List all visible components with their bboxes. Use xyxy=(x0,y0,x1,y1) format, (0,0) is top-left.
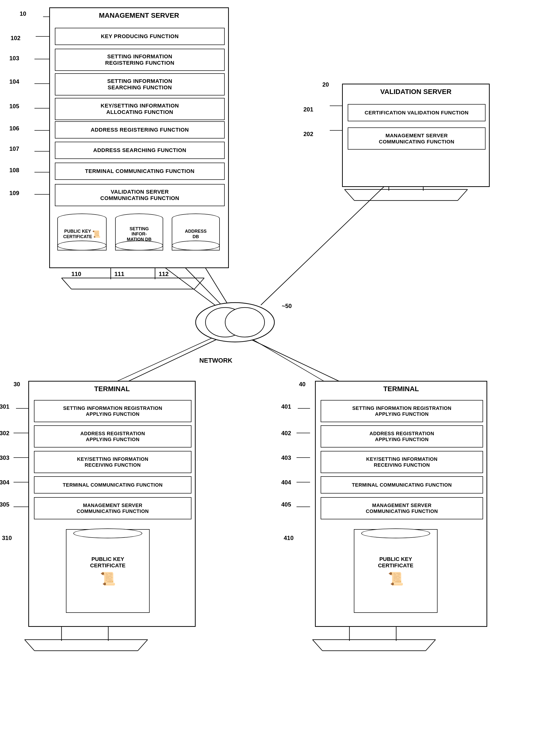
db-110-container: PUBLIC KEYCERTIFICATE📜 xyxy=(57,214,107,258)
func-103-label: 103 xyxy=(9,55,19,62)
func-404: TERMINAL COMMUNICATING FUNCTION xyxy=(321,476,483,494)
db-410-container: PUBLIC KEYCERTIFICATE 📜 xyxy=(354,529,438,613)
func-403-label: 403 xyxy=(281,454,291,461)
diagram-container: 10 MANAGEMENT SERVER 102 KEY PRODUCING F… xyxy=(0,0,549,756)
svg-line-41 xyxy=(345,189,354,201)
func-405-label: 405 xyxy=(281,501,291,508)
func-102-label: 102 xyxy=(11,35,20,42)
terminal-30-label: 30 xyxy=(14,381,20,388)
validation-server-box: VALIDATION SERVER 201 CERTIFICATION VALI… xyxy=(342,84,490,187)
func-404-label: 404 xyxy=(281,479,291,486)
func-104: SETTING INFORMATIONSEARCHING FUNCTION xyxy=(55,73,225,95)
func-304-label: 304 xyxy=(0,479,9,486)
func-107: ADDRESS SEARCHING FUNCTION xyxy=(55,142,225,159)
svg-line-42 xyxy=(458,189,468,201)
func-305: MANAGEMENT SERVERCOMMUNICATING FUNCTION xyxy=(34,497,191,519)
func-106-label: 106 xyxy=(9,125,19,132)
func-103: SETTING INFORMATIONREGISTERING FUNCTION xyxy=(55,49,225,71)
func-402: ADDRESS REGISTRATIONAPPLYING FUNCTION xyxy=(321,425,483,447)
validation-server-title: VALIDATION SERVER xyxy=(343,88,489,96)
func-401: SETTING INFORMATION REGISTRATIONAPPLYING… xyxy=(321,400,483,422)
func-109: VALIDATION SERVERCOMMUNICATING FUNCTION xyxy=(55,184,225,206)
db-111-container: SETTINGINFOR-MATION DB xyxy=(115,214,163,258)
func-401-label: 401 xyxy=(281,403,291,410)
management-server-label: 10 xyxy=(20,10,26,17)
validation-server-label: 20 xyxy=(322,81,329,88)
db-111-label: 111 xyxy=(114,271,124,278)
terminal-40-box: TERMINAL 401 SETTING INFORMATION REGISTR… xyxy=(315,381,487,627)
func-104-label: 104 xyxy=(9,78,19,85)
terminal-40-title: TERMINAL xyxy=(316,385,486,393)
func-402-label: 402 xyxy=(281,430,291,437)
func-303: KEY/SETTING INFORMATIONRECEIVING FUNCTIO… xyxy=(34,451,191,473)
db-112-label: 112 xyxy=(159,271,169,278)
func-109-label: 109 xyxy=(9,190,19,197)
svg-line-35 xyxy=(62,278,71,289)
svg-line-47 xyxy=(25,640,34,651)
func-108: TERMINAL COMMUNICATING FUNCTION xyxy=(55,163,225,180)
func-304: TERMINAL COMMUNICATING FUNCTION xyxy=(34,476,191,494)
network-oval xyxy=(192,298,278,347)
svg-point-60 xyxy=(225,308,265,337)
func-107-label: 107 xyxy=(9,145,19,152)
svg-line-48 xyxy=(138,640,148,651)
db-310-label: 310 xyxy=(2,535,12,541)
func-105: KEY/SETTING INFORMATIONALLOCATING FUNCTI… xyxy=(55,98,225,120)
func-102: KEY PRODUCING FUNCTION xyxy=(55,28,225,45)
func-302: ADDRESS REGISTRATIONAPPLYING FUNCTION xyxy=(34,425,191,447)
terminal-30-title: TERMINAL xyxy=(29,385,195,393)
func-305-label: 305 xyxy=(0,501,9,508)
func-302-label: 302 xyxy=(0,430,9,437)
terminal-40-label: 40 xyxy=(299,381,306,388)
db-112-container: ADDRESSDB xyxy=(172,214,220,258)
network-text: NETWORK xyxy=(199,357,232,364)
management-server-title: MANAGEMENT SERVER xyxy=(50,12,228,19)
func-301: SETTING INFORMATION REGISTRATIONAPPLYING… xyxy=(34,400,191,422)
func-202: MANAGEMENT SERVERCOMMUNICATING FUNCTION xyxy=(348,127,486,150)
db-110-label: 110 xyxy=(71,271,81,278)
db-410-label: 410 xyxy=(284,535,294,541)
func-301-label: 301 xyxy=(0,403,9,410)
network-label-50: ~50 xyxy=(282,303,292,309)
func-403: KEY/SETTING INFORMATIONRECEIVING FUNCTIO… xyxy=(321,451,483,473)
func-303-label: 303 xyxy=(0,454,9,461)
management-server-box: MANAGEMENT SERVER 102 KEY PRODUCING FUNC… xyxy=(49,7,229,268)
svg-line-54 xyxy=(426,640,436,651)
func-202-label: 202 xyxy=(303,131,313,138)
func-106: ADDRESS REGISTERING FUNCTION xyxy=(55,121,225,139)
func-108-label: 108 xyxy=(9,167,19,174)
db-310-container: PUBLIC KEYCERTIFICATE 📜 xyxy=(66,529,150,613)
func-105-label: 105 xyxy=(9,103,19,110)
terminal-30-box: TERMINAL 301 SETTING INFORMATION REGISTR… xyxy=(28,381,196,627)
func-201-label: 201 xyxy=(303,106,313,113)
svg-line-53 xyxy=(313,640,322,651)
func-405: MANAGEMENT SERVERCOMMUNICATING FUNCTION xyxy=(321,497,483,519)
func-201: CERTIFICATION VALIDATION FUNCTION xyxy=(348,104,486,121)
svg-line-3 xyxy=(261,182,389,305)
svg-line-36 xyxy=(194,278,204,289)
